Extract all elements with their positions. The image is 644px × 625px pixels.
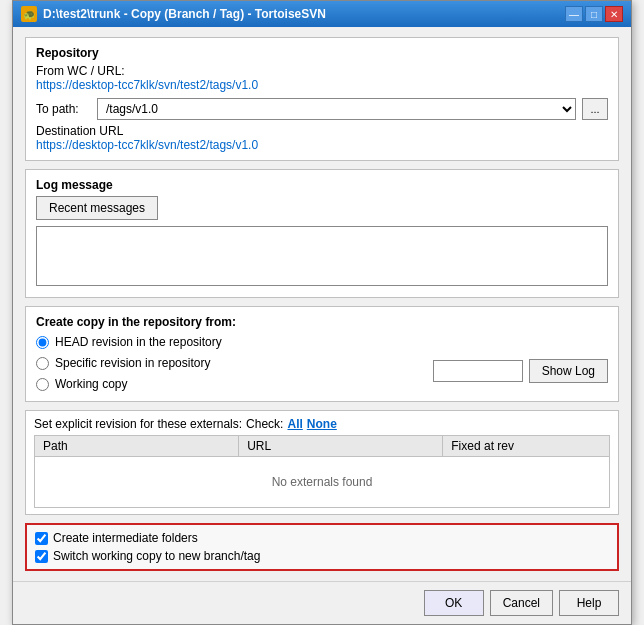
copy-label: Create copy in the repository from: [36,315,608,329]
switch-wc-label: Switch working copy to new branch/tag [53,549,260,563]
bottom-checks: Create intermediate folders Switch worki… [25,523,619,571]
dest-label: Destination URL [36,124,608,138]
footer: OK Cancel Help [13,581,631,624]
to-path-input[interactable]: /tags/v1.0 [97,98,576,120]
browse-button[interactable]: ... [582,98,608,120]
from-url: https://desktop-tcc7klk/svn/test2/tags/v… [36,78,608,92]
from-label: From WC / URL: [36,64,608,78]
working-copy-label: Working copy [55,377,127,391]
copy-inner: HEAD revision in the repository Specific… [36,333,608,393]
repository-section: Repository From WC / URL: https://deskto… [25,37,619,161]
head-revision-row: HEAD revision in the repository [36,335,433,349]
titlebar: 🐢 D:\test2\trunk - Copy (Branch / Tag) -… [13,1,631,27]
titlebar-left: 🐢 D:\test2\trunk - Copy (Branch / Tag) -… [21,6,326,22]
to-path-row: To path: /tags/v1.0 ... [36,98,608,120]
intermediate-folders-label: Create intermediate folders [53,531,198,545]
copy-right: Show Log [433,333,608,383]
repository-label: Repository [36,46,608,60]
intermediate-folders-checkbox[interactable] [35,532,48,545]
specific-revision-label: Specific revision in repository [55,356,210,370]
switch-wc-checkbox[interactable] [35,550,48,563]
main-window: 🐢 D:\test2\trunk - Copy (Branch / Tag) -… [12,0,632,625]
app-icon: 🐢 [21,6,37,22]
dest-url: https://desktop-tcc7klk/svn/test2/tags/v… [36,138,608,152]
check-label: Check: [246,417,283,431]
cancel-button[interactable]: Cancel [490,590,553,616]
externals-header: Set explicit revision for these external… [34,417,610,431]
copy-section: Create copy in the repository from: HEAD… [25,306,619,402]
head-revision-radio[interactable] [36,336,49,349]
revision-input[interactable] [433,360,523,382]
no-externals-text: No externals found [272,475,373,489]
maximize-button[interactable]: □ [585,6,603,22]
externals-table: Path URL Fixed at rev No externals found [34,435,610,508]
working-copy-row: Working copy [36,377,433,391]
specific-revision-row: Specific revision in repository [36,356,433,370]
recent-messages-button[interactable]: Recent messages [36,196,158,220]
log-message-section: Log message Recent messages [25,169,619,298]
none-link[interactable]: None [307,417,337,431]
col-fixed-rev: Fixed at rev [443,436,609,456]
revision-controls: Show Log [433,359,608,383]
titlebar-controls[interactable]: — □ ✕ [565,6,623,22]
to-path-label: To path: [36,102,91,116]
specific-revision-radio[interactable] [36,357,49,370]
externals-label: Set explicit revision for these external… [34,417,242,431]
help-button[interactable]: Help [559,590,619,616]
app-icon-text: 🐢 [23,9,35,20]
col-path: Path [35,436,239,456]
close-button[interactable]: ✕ [605,6,623,22]
working-copy-radio[interactable] [36,378,49,391]
show-log-button[interactable]: Show Log [529,359,608,383]
log-message-label: Log message [36,178,608,192]
externals-section: Set explicit revision for these external… [25,410,619,515]
dialog-content: Repository From WC / URL: https://deskto… [13,27,631,581]
table-header: Path URL Fixed at rev [35,436,609,457]
all-link[interactable]: All [287,417,302,431]
copy-radios: HEAD revision in the repository Specific… [36,333,433,393]
head-revision-label: HEAD revision in the repository [55,335,222,349]
table-body: No externals found [35,457,609,507]
intermediate-folders-row: Create intermediate folders [35,531,609,545]
window-title: D:\test2\trunk - Copy (Branch / Tag) - T… [43,7,326,21]
switch-wc-row: Switch working copy to new branch/tag [35,549,609,563]
minimize-button[interactable]: — [565,6,583,22]
log-message-input[interactable] [36,226,608,286]
ok-button[interactable]: OK [424,590,484,616]
col-url: URL [239,436,443,456]
